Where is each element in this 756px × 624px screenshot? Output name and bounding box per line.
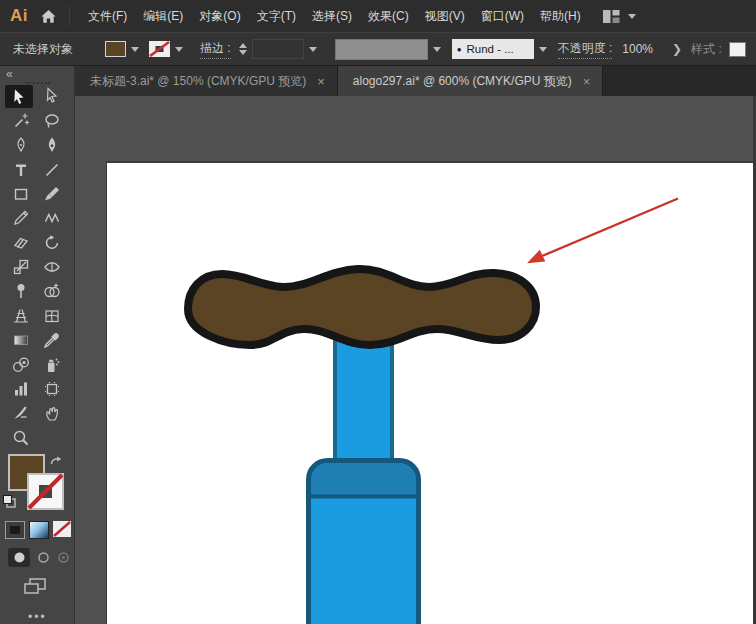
tab-title: 未标题-3.ai* @ 150% (CMYK/GPU 预览) bbox=[90, 73, 306, 90]
selection-status: 未选择对象 bbox=[13, 41, 73, 58]
draw-inside-mode-button[interactable] bbox=[57, 551, 70, 564]
tool-rectangle[interactable] bbox=[5, 182, 36, 206]
stroke-color-swatch[interactable] bbox=[149, 41, 170, 57]
document-tab-bar: 未标题-3.ai* @ 150% (CMYK/GPU 预览) × alogo29… bbox=[75, 66, 756, 96]
separator bbox=[69, 6, 70, 26]
tool-paintbrush[interactable] bbox=[36, 182, 67, 206]
brush-dropdown-icon[interactable] bbox=[433, 47, 441, 52]
menu-type[interactable]: 文字(T) bbox=[249, 0, 304, 32]
tool-perspective-grid[interactable] bbox=[5, 304, 36, 328]
style-swatch[interactable] bbox=[729, 42, 746, 57]
home-icon[interactable] bbox=[40, 8, 57, 25]
menu-file[interactable]: 文件(F) bbox=[80, 0, 135, 32]
document-tab-2[interactable]: alogo297.ai* @ 600% (CMYK/GPU 预览) × bbox=[338, 66, 604, 96]
stroke-dropdown-icon[interactable] bbox=[175, 47, 183, 52]
tab-title: alogo297.ai* @ 600% (CMYK/GPU 预览) bbox=[353, 73, 572, 90]
swap-fill-stroke-icon[interactable] bbox=[50, 453, 63, 471]
tool-lasso[interactable] bbox=[36, 109, 67, 133]
opacity-label[interactable]: 不透明度 : bbox=[558, 40, 613, 59]
color-button[interactable] bbox=[5, 521, 25, 539]
style-label: 样式 : bbox=[691, 41, 722, 58]
panel-grip[interactable] bbox=[26, 82, 50, 84]
artboard[interactable] bbox=[106, 161, 753, 624]
tools-grid bbox=[5, 84, 74, 450]
tool-slice[interactable] bbox=[5, 401, 36, 425]
default-fill-stroke-icon[interactable] bbox=[3, 494, 16, 512]
tool-gradient[interactable] bbox=[5, 328, 36, 352]
menu-object[interactable]: 对象(O) bbox=[191, 0, 248, 32]
tool-shape-builder[interactable] bbox=[36, 279, 67, 303]
profile-bullet: ● bbox=[457, 45, 462, 54]
tools-panel: « bbox=[0, 66, 75, 624]
tool-zoom[interactable] bbox=[5, 426, 36, 450]
menu-view[interactable]: 视图(V) bbox=[417, 0, 473, 32]
tool-scale[interactable] bbox=[5, 255, 36, 279]
profile-value: Rund - ... bbox=[467, 43, 514, 55]
tool-eyedropper[interactable] bbox=[36, 328, 67, 352]
fill-stroke-control bbox=[0, 453, 74, 515]
workspace-switcher-icon[interactable] bbox=[603, 9, 620, 24]
tool-artboard[interactable] bbox=[36, 377, 67, 401]
fill-dropdown-icon[interactable] bbox=[131, 47, 139, 52]
canvas-area[interactable] bbox=[75, 96, 756, 624]
tool-type[interactable] bbox=[5, 157, 36, 181]
opacity-value[interactable]: 100% bbox=[622, 42, 653, 56]
menu-help[interactable]: 帮助(H) bbox=[532, 0, 589, 32]
menu-window[interactable]: 窗口(W) bbox=[473, 0, 532, 32]
tool-width[interactable] bbox=[36, 255, 67, 279]
tool-handle-shape[interactable] bbox=[188, 269, 536, 345]
tool-direct-selection[interactable] bbox=[36, 84, 67, 108]
more-options-button[interactable]: ❯ bbox=[672, 42, 682, 56]
document-tab-1[interactable]: 未标题-3.ai* @ 150% (CMYK/GPU 预览) × bbox=[75, 66, 338, 96]
tool-puppet-warp[interactable] bbox=[5, 279, 36, 303]
edit-toolbar-button[interactable]: ••• bbox=[28, 610, 74, 624]
stroke-weight-dropdown-icon[interactable] bbox=[309, 47, 317, 52]
tool-eraser[interactable] bbox=[5, 230, 36, 254]
width-profile-dropdown[interactable]: ● Rund - ... bbox=[452, 39, 534, 59]
tool-line-segment[interactable] bbox=[36, 157, 67, 181]
tool-magic-wand[interactable] bbox=[5, 109, 36, 133]
stroke-weight-label[interactable]: 描边 : bbox=[200, 40, 231, 59]
tool-mesh[interactable] bbox=[36, 304, 67, 328]
none-button[interactable] bbox=[53, 521, 73, 539]
tool-rotate[interactable] bbox=[36, 230, 67, 254]
menu-bar: Ai 文件(F) 编辑(E) 对象(O) 文字(T) 选择(S) 效果(C) 视… bbox=[0, 0, 756, 32]
stroke-weight-field[interactable] bbox=[252, 39, 304, 59]
profile-dropdown-icon[interactable] bbox=[539, 47, 547, 52]
tool-curvature[interactable] bbox=[5, 133, 36, 157]
screen-mode-button[interactable] bbox=[24, 578, 74, 599]
tool-pen[interactable] bbox=[36, 133, 67, 157]
draw-behind-mode-button[interactable] bbox=[37, 551, 50, 564]
gradient-button[interactable] bbox=[29, 521, 49, 539]
menu-effect[interactable]: 效果(C) bbox=[360, 0, 417, 32]
tool-graph[interactable] bbox=[5, 377, 36, 401]
close-tab-icon[interactable]: × bbox=[317, 74, 325, 89]
illustrator-window: Ai 文件(F) 编辑(E) 对象(O) 文字(T) 选择(S) 效果(C) 视… bbox=[0, 0, 756, 624]
control-bar: 未选择对象 描边 : ● Rund - ... 不透明度 : 100% ❯ 样式… bbox=[0, 32, 756, 66]
menu-select[interactable]: 选择(S) bbox=[304, 0, 360, 32]
tool-hand[interactable] bbox=[36, 401, 67, 425]
draw-normal-mode-button[interactable] bbox=[8, 548, 30, 567]
tool-symbol-sprayer[interactable] bbox=[36, 352, 67, 376]
tool-pencil[interactable] bbox=[5, 206, 36, 230]
chevron-down-icon[interactable] bbox=[628, 14, 636, 19]
stroke-indicator[interactable] bbox=[27, 473, 64, 510]
brush-definition-dropdown[interactable] bbox=[335, 39, 428, 60]
tool-blend[interactable] bbox=[5, 352, 36, 376]
fill-color-swatch[interactable] bbox=[105, 41, 126, 57]
collapse-panel-button[interactable]: « bbox=[6, 67, 13, 81]
app-logo[interactable]: Ai bbox=[10, 6, 28, 26]
stroke-weight-stepper[interactable] bbox=[239, 43, 247, 55]
tool-shaper[interactable] bbox=[36, 206, 67, 230]
tool-body-shoulder bbox=[311, 463, 416, 495]
menu-edit[interactable]: 编辑(E) bbox=[135, 0, 191, 32]
close-tab-icon[interactable]: × bbox=[583, 74, 591, 89]
tool-selection[interactable] bbox=[5, 85, 33, 108]
annotation-arrow bbox=[527, 199, 678, 264]
